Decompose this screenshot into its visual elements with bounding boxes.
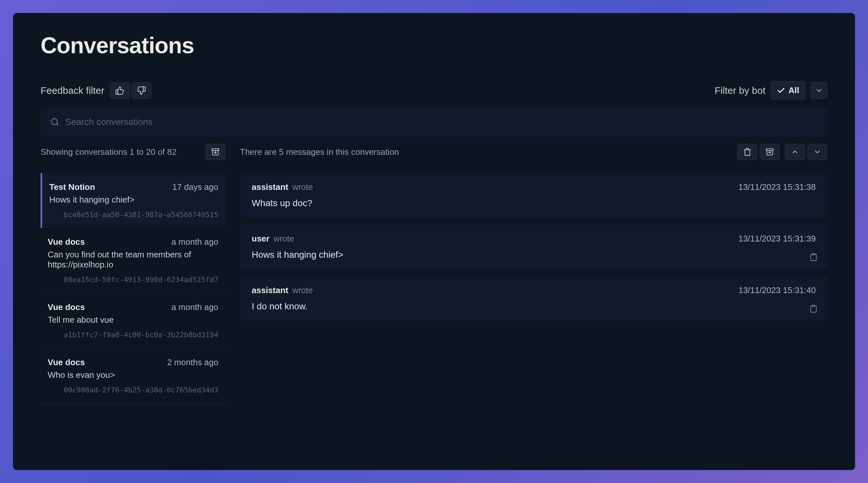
bot-filter-value: All <box>788 85 799 95</box>
chevron-down-icon <box>815 87 823 94</box>
conversation-list-column: Showing conversations 1 to 20 of 82 Test… <box>40 144 225 403</box>
message-column: There are 5 messages in this conversatio… <box>240 144 828 403</box>
conversation-id: bce8e51d-aa50-4381-987a-a54566749515 <box>49 211 218 219</box>
message-wrote-label: wrote <box>292 285 313 295</box>
search-input[interactable] <box>65 117 818 127</box>
chevron-up-icon <box>791 148 799 156</box>
feedback-filter-group <box>110 82 152 99</box>
conversation-item[interactable]: Vue docs a month ago Can you find out th… <box>40 228 225 293</box>
svg-rect-2 <box>212 149 219 150</box>
next-conversation-button[interactable] <box>807 144 828 160</box>
chevron-down-icon <box>813 148 821 156</box>
list-summary: Showing conversations 1 to 20 of 82 <box>40 147 177 157</box>
app-container: Conversations Feedback filter Filter by … <box>13 13 855 470</box>
copy-message-button[interactable] <box>809 305 818 313</box>
conversation-preview: Tell me about vue <box>48 315 218 325</box>
conversation-bot-name: Vue docs <box>48 302 85 312</box>
message-timestamp: 13/11/2023 15:31:38 <box>738 182 816 192</box>
conversation-preview: Can you find out the team members of htt… <box>48 250 218 270</box>
message-body: I do not know. <box>252 301 816 312</box>
message-header-actions <box>737 144 828 160</box>
bot-filter-button[interactable]: All <box>771 81 805 100</box>
conversation-id: 80ea15cd-50fc-4913-990d-6234ad525fd7 <box>48 276 218 284</box>
conversation-item[interactable]: Vue docs a month ago Tell me about vue a… <box>40 293 225 348</box>
search-icon <box>50 117 59 126</box>
layout: Showing conversations 1 to 20 of 82 Test… <box>40 144 828 403</box>
conversation-time: 17 days ago <box>172 182 218 192</box>
svg-line-1 <box>56 124 58 125</box>
conversation-time: a month ago <box>171 237 218 247</box>
archive-icon <box>211 148 220 156</box>
conversation-item[interactable]: Test Notion 17 days ago Hows it hanging … <box>40 173 225 228</box>
conversation-time: a month ago <box>171 302 218 312</box>
archive-icon <box>766 148 774 156</box>
thumbs-down-icon <box>137 86 146 95</box>
conversation-item[interactable]: Vue docs 2 months ago Who is evan you> 0… <box>40 348 225 403</box>
prev-conversation-button[interactable] <box>785 144 805 160</box>
export-conversation-button[interactable] <box>760 144 780 160</box>
search-wrap <box>40 108 828 137</box>
message-card: user wrote 13/11/2023 15:31:39 Hows it h… <box>240 225 828 269</box>
conversation-bot-name: Vue docs <box>48 358 85 367</box>
export-conversations-button[interactable] <box>205 144 225 160</box>
page-title: Conversations <box>40 32 828 58</box>
check-icon <box>777 86 785 95</box>
thumbs-up-button[interactable] <box>110 82 130 99</box>
conversation-id: 00c908ad-2f76-4b25-a38d-0c765bed34d3 <box>48 386 218 394</box>
message-card: assistant wrote 13/11/2023 15:31:38 What… <box>240 173 828 218</box>
message-header: There are 5 messages in this conversatio… <box>240 144 828 160</box>
list-header: Showing conversations 1 to 20 of 82 <box>40 144 225 160</box>
message-body: Hows it hanging chief> <box>252 250 816 260</box>
message-timestamp: 13/11/2023 15:31:39 <box>738 234 816 244</box>
trash-icon <box>743 148 751 156</box>
svg-rect-5 <box>812 305 815 306</box>
filter-by-bot-label: Filter by bot <box>715 85 766 96</box>
conversation-list: Test Notion 17 days ago Hows it hanging … <box>40 173 225 403</box>
message-wrote-label: wrote <box>292 182 313 192</box>
conversation-bot-name: Test Notion <box>49 182 95 192</box>
message-card: assistant wrote 13/11/2023 15:31:40 I do… <box>240 276 828 321</box>
svg-rect-3 <box>766 149 773 150</box>
messages-summary: There are 5 messages in this conversatio… <box>240 147 399 157</box>
feedback-filter-label: Feedback filter <box>40 85 104 96</box>
conversation-preview: Who is evan you> <box>48 370 218 380</box>
message-body: Whats up doc? <box>252 198 816 208</box>
conversation-id: a1b1ffc7-f9a0-4c00-bc0a-3b22b8bd3194 <box>48 331 218 339</box>
conversation-bot-name: Vue docs <box>48 237 85 247</box>
bot-filter-dropdown[interactable] <box>811 82 828 99</box>
clipboard-icon <box>809 305 818 313</box>
message-wrote-label: wrote <box>273 234 294 244</box>
toolbar-left: Feedback filter <box>40 82 152 99</box>
message-list: assistant wrote 13/11/2023 15:31:38 What… <box>240 173 828 321</box>
toolbar: Feedback filter Filter by bot All <box>40 81 828 100</box>
clipboard-icon <box>809 253 818 261</box>
conversation-time: 2 months ago <box>167 358 218 367</box>
toolbar-right: Filter by bot All <box>715 81 828 100</box>
message-role: assistant <box>252 285 288 295</box>
delete-conversation-button[interactable] <box>737 144 757 160</box>
thumbs-down-button[interactable] <box>131 82 152 99</box>
conversation-preview: Hows it hanging chief> <box>49 195 218 205</box>
svg-rect-4 <box>812 254 815 255</box>
thumbs-up-icon <box>115 86 124 95</box>
message-role: assistant <box>252 182 288 192</box>
message-timestamp: 13/11/2023 15:31:40 <box>738 285 816 295</box>
message-role: user <box>252 234 270 244</box>
copy-message-button[interactable] <box>809 253 818 261</box>
